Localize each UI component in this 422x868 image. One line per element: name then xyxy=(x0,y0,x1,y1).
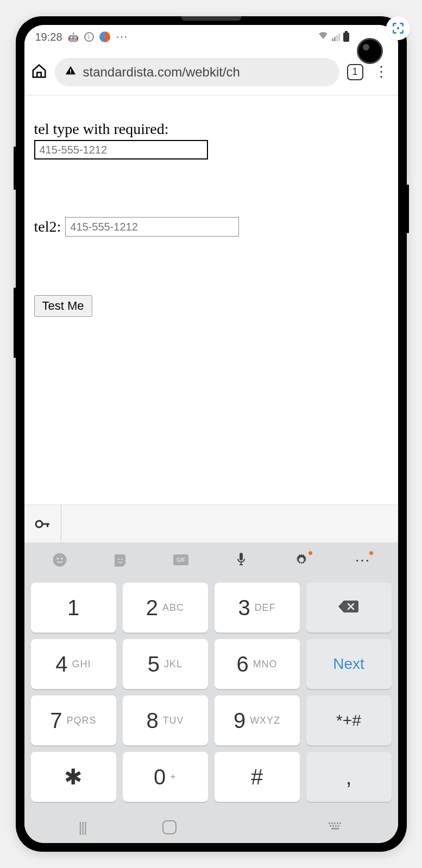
svg-point-8 xyxy=(61,558,63,560)
key-2[interactable]: 2ABC xyxy=(123,583,208,633)
svg-rect-18 xyxy=(339,822,341,824)
svg-rect-21 xyxy=(335,825,337,827)
wifi-icon xyxy=(318,31,329,43)
key-6[interactable]: 6MNO xyxy=(215,639,300,689)
page-content: tel type with required: tel2: Test Me xyxy=(24,95,398,505)
svg-rect-16 xyxy=(334,822,336,824)
phone-frame: 19:28 🤖 i ⋯ sta xyxy=(16,16,407,852)
emoji-icon[interactable] xyxy=(49,549,71,571)
svg-point-6 xyxy=(53,553,67,567)
more-notifications-icon: ⋯ xyxy=(116,30,129,44)
svg-rect-22 xyxy=(338,825,339,827)
warning-icon xyxy=(65,65,77,80)
autofill-bar xyxy=(24,505,398,542)
home-icon[interactable] xyxy=(31,63,47,81)
more-icon[interactable]: ⋯ xyxy=(351,549,373,571)
key-3[interactable]: 3DEF xyxy=(215,583,300,633)
svg-point-10 xyxy=(122,558,123,560)
info-icon: i xyxy=(84,32,94,42)
key-✱[interactable]: ✱ xyxy=(31,752,116,802)
password-key-icon[interactable] xyxy=(24,505,61,542)
tel1-input[interactable] xyxy=(34,140,208,159)
keyboard-toolbar: GIF ⋯ xyxy=(24,542,398,577)
svg-rect-14 xyxy=(329,822,330,824)
svg-rect-23 xyxy=(331,828,339,829)
key-backspace[interactable] xyxy=(306,583,392,633)
svg-rect-13 xyxy=(240,553,243,560)
tabs-button[interactable]: 1 xyxy=(347,64,363,80)
test-button[interactable]: Test Me xyxy=(34,295,92,317)
key-4[interactable]: 4GHI xyxy=(31,639,116,689)
keyboard-switch-icon[interactable] xyxy=(328,822,343,833)
home-button[interactable] xyxy=(162,820,177,834)
key-9[interactable]: 9WXYZ xyxy=(215,695,300,745)
svg-point-7 xyxy=(57,558,59,560)
url-bar[interactable]: standardista.com/webkit/ch xyxy=(55,58,339,86)
gif-icon[interactable]: GIF xyxy=(170,549,192,571)
key-5[interactable]: 5JKL xyxy=(123,639,208,689)
key-*+#[interactable]: *+# xyxy=(306,695,392,745)
key-next[interactable]: Next xyxy=(306,639,392,689)
app-icon xyxy=(99,31,110,42)
key-0[interactable]: 0+ xyxy=(123,752,208,802)
tel1-label: tel type with required: xyxy=(34,120,388,138)
svg-rect-20 xyxy=(332,825,334,827)
tel2-input[interactable] xyxy=(65,217,239,237)
recent-apps-button[interactable]: ||| xyxy=(78,819,86,836)
key-7[interactable]: 7PQRS xyxy=(31,695,116,745)
key-1[interactable]: 1 xyxy=(31,583,116,633)
svg-rect-15 xyxy=(331,822,333,824)
svg-rect-2 xyxy=(70,72,71,73)
url-text: standardista.com/webkit/ch xyxy=(83,65,240,80)
status-time: 19:28 xyxy=(35,31,62,43)
menu-icon[interactable]: ⋮ xyxy=(371,68,392,75)
mic-icon[interactable] xyxy=(230,549,252,571)
navigation-bar: ||| xyxy=(24,812,398,843)
screen-capture-icon xyxy=(386,16,410,40)
android-icon: 🤖 xyxy=(68,32,79,42)
svg-point-0 xyxy=(397,27,399,29)
svg-rect-1 xyxy=(70,69,71,72)
battery-icon xyxy=(343,33,349,42)
key-8[interactable]: 8TUV xyxy=(123,695,208,745)
key-,[interactable]: , xyxy=(306,752,392,802)
svg-rect-19 xyxy=(330,825,331,827)
tel2-label: tel2: xyxy=(34,218,61,235)
signal-icon xyxy=(332,33,340,41)
svg-text:GIF: GIF xyxy=(176,557,185,563)
camera-punch-hole xyxy=(357,38,383,64)
sticker-icon[interactable] xyxy=(109,549,131,571)
keyboard: GIF ⋯ 12ABC3DEF4GHI5JKL6MNONext7PQRS8TUV… xyxy=(24,542,398,812)
key-#[interactable]: # xyxy=(215,752,300,802)
browser-toolbar: standardista.com/webkit/ch 1 ⋮ xyxy=(24,49,398,95)
status-bar: 19:28 🤖 i ⋯ xyxy=(24,25,398,49)
svg-rect-5 xyxy=(47,523,48,527)
settings-icon[interactable] xyxy=(291,549,312,571)
svg-point-9 xyxy=(118,558,119,560)
svg-rect-17 xyxy=(337,822,338,824)
